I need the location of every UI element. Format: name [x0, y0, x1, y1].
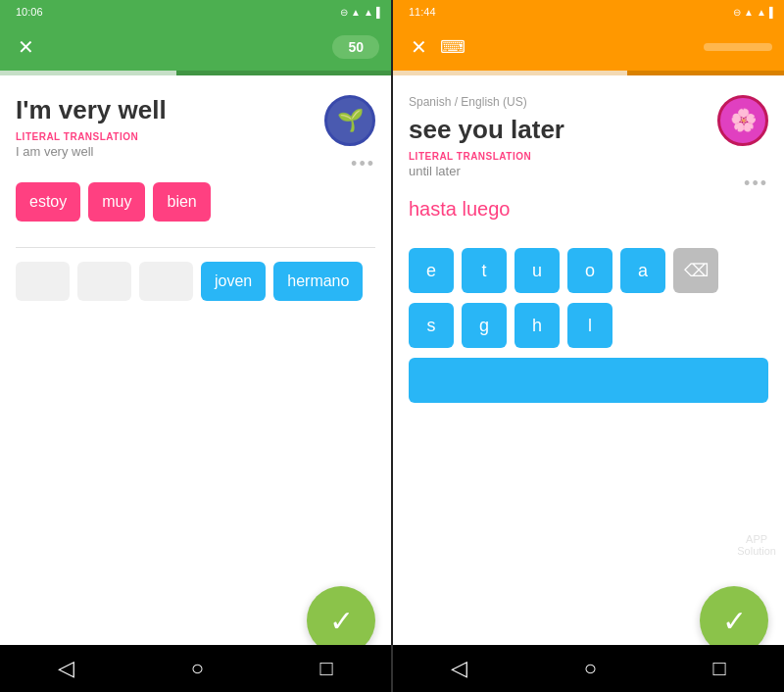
- key-e[interactable]: e: [409, 248, 454, 293]
- lang-label: Spanish / English (US): [409, 95, 564, 109]
- battery-icon-r: ▌: [769, 7, 776, 18]
- phrase-title-right: see you later: [409, 115, 564, 145]
- card-header-right: Spanish / English (US) see you later LIT…: [409, 95, 768, 178]
- card-header-left: I'm very well LITERAL TRANSLATION I am v…: [16, 95, 375, 159]
- watermark: APPSolution: [737, 533, 776, 557]
- network-icon: ▲: [364, 7, 373, 18]
- signal-icon-r: ⊖: [733, 7, 741, 18]
- phrase-container-left: I'm very well LITERAL TRANSLATION I am v…: [16, 95, 167, 159]
- key-o[interactable]: o: [567, 248, 612, 293]
- translated-phrase: hasta luego: [409, 198, 768, 221]
- phrase-title-left: I'm very well: [16, 95, 167, 125]
- right-screen: 11:44 ⊖ ▲ ▲ ▌ ✕ ⌨ Spanish / English (US)…: [393, 0, 784, 645]
- word-options-row: joven hermano: [16, 262, 375, 301]
- keyboard-row-1: e t u o a ⌫: [409, 248, 768, 293]
- back-button-left[interactable]: ◁: [38, 648, 94, 689]
- answer-tile-estoy[interactable]: estoy: [16, 182, 80, 222]
- close-button-left[interactable]: ✕: [12, 33, 39, 61]
- empty-tile-1: [16, 262, 70, 301]
- network-icon-r: ▲: [757, 7, 766, 18]
- card-right: Spanish / English (US) see you later LIT…: [393, 75, 784, 645]
- literal-text-left: I am very well: [16, 144, 167, 159]
- score-badge-right: [704, 43, 772, 51]
- key-a[interactable]: a: [620, 248, 665, 293]
- phrase-container-right: Spanish / English (US) see you later LIT…: [409, 95, 564, 178]
- status-icons-left: ⊖ ▲ ▲ ▌: [340, 7, 383, 18]
- empty-tile-2: [77, 262, 131, 301]
- wifi-icon-r: ▲: [744, 7, 754, 18]
- nav-bar-right: ◁ ○ □: [393, 645, 784, 692]
- avatar-right: 🌸: [717, 95, 768, 146]
- key-h[interactable]: h: [514, 303, 560, 348]
- keyboard-section: e t u o a ⌫ s g h l: [409, 248, 768, 413]
- wifi-icon: ▲: [351, 7, 361, 18]
- close-button-right[interactable]: ✕: [405, 33, 432, 61]
- score-badge-left: 50: [332, 35, 379, 59]
- option-joven[interactable]: joven: [201, 262, 266, 301]
- more-options-left[interactable]: •••: [351, 154, 375, 174]
- top-bar-left: ✕ 50: [0, 24, 391, 71]
- empty-tile-3: [139, 262, 193, 301]
- key-s[interactable]: s: [409, 303, 454, 348]
- check-icon-left: ✓: [329, 604, 354, 638]
- time-left: 10:06: [16, 6, 43, 18]
- more-options-right[interactable]: •••: [744, 173, 768, 194]
- avatar-left: 🌱: [324, 95, 375, 146]
- recent-button-left[interactable]: □: [300, 648, 352, 689]
- time-right: 11:44: [409, 6, 436, 18]
- home-button-left[interactable]: ○: [172, 648, 223, 689]
- literal-text-right: until later: [409, 164, 564, 178]
- keyboard-icon[interactable]: ⌨: [440, 36, 466, 58]
- nav-bar-container: ◁ ○ □ ◁ ○ □: [0, 645, 784, 692]
- status-icons-right: ⊖ ▲ ▲ ▌: [733, 7, 776, 18]
- key-g[interactable]: g: [462, 303, 507, 348]
- key-u[interactable]: u: [514, 248, 560, 293]
- key-t[interactable]: t: [462, 248, 507, 293]
- option-hermano[interactable]: hermano: [273, 262, 363, 301]
- keyboard-row-3: [409, 358, 768, 403]
- home-button-right[interactable]: ○: [564, 648, 616, 689]
- card-left: I'm very well LITERAL TRANSLATION I am v…: [0, 75, 391, 645]
- check-button-left[interactable]: ✓: [307, 586, 375, 645]
- check-icon-right: ✓: [722, 604, 747, 638]
- literal-label-left: LITERAL TRANSLATION: [16, 131, 167, 142]
- check-button-right[interactable]: ✓: [700, 586, 768, 645]
- status-bar-left: 10:06 ⊖ ▲ ▲ ▌: [0, 0, 391, 24]
- status-bar-right: 11:44 ⊖ ▲ ▲ ▌: [393, 0, 784, 24]
- literal-label-right: LITERAL TRANSLATION: [409, 151, 564, 162]
- divider-left: [16, 247, 375, 248]
- signal-icon: ⊖: [340, 7, 348, 18]
- left-screen: 10:06 ⊖ ▲ ▲ ▌ ✕ 50 I'm very well LITERAL…: [0, 0, 391, 645]
- answer-tile-bien[interactable]: bien: [153, 182, 210, 222]
- pink-answer-row: estoy muy bien: [16, 182, 375, 222]
- answer-tile-muy[interactable]: muy: [88, 182, 145, 222]
- battery-icon: ▌: [376, 7, 383, 18]
- key-l[interactable]: l: [567, 303, 612, 348]
- top-bar-right: ✕ ⌨: [393, 24, 784, 71]
- space-key[interactable]: [409, 358, 768, 403]
- backspace-key[interactable]: ⌫: [673, 248, 718, 293]
- keyboard-row-2: s g h l: [409, 303, 768, 348]
- recent-button-right[interactable]: □: [693, 648, 745, 689]
- back-button-right[interactable]: ◁: [431, 648, 487, 689]
- nav-bar-left: ◁ ○ □: [0, 645, 391, 692]
